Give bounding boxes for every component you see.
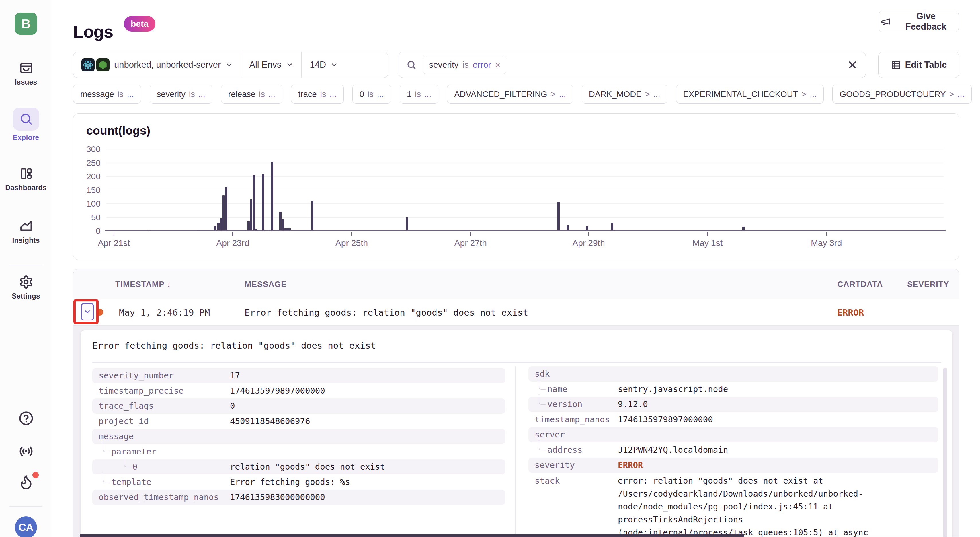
column-header-timestamp[interactable]: TIMESTAMP ↓ bbox=[115, 269, 171, 299]
chart-bar bbox=[262, 174, 264, 231]
detail-row-trace_flags: trace_flags0 bbox=[92, 398, 505, 414]
sidebar-item-label: Issues bbox=[15, 78, 37, 86]
horizontal-scrollbar[interactable] bbox=[80, 534, 744, 537]
environment-selector[interactable]: All Envs bbox=[241, 52, 301, 78]
detail-row-parameter: parameter bbox=[92, 444, 505, 459]
tree-connector bbox=[103, 472, 110, 483]
attribute-value: Error fetching goods: %s bbox=[230, 475, 350, 490]
gridline bbox=[107, 149, 943, 150]
attribute-key: observed_timestamp_nanos bbox=[99, 490, 219, 505]
detail-row-project_id: project_id4509118548606976 bbox=[92, 414, 505, 429]
x-axis-tick-label: May 1st bbox=[665, 238, 751, 248]
org-logo[interactable]: B bbox=[15, 13, 37, 35]
token-remove-icon[interactable]: × bbox=[495, 60, 500, 70]
search-filter-token[interactable]: severity is error × bbox=[423, 56, 506, 74]
chart-bar bbox=[217, 223, 220, 231]
panel-scrollbar[interactable] bbox=[943, 368, 947, 537]
token-value: error bbox=[473, 60, 491, 70]
page-title: Logs bbox=[73, 22, 113, 41]
search-input[interactable]: severity is error × bbox=[399, 52, 866, 78]
x-axis-tick bbox=[113, 232, 115, 236]
whats-new-button[interactable] bbox=[0, 474, 52, 490]
detail-attributes-left: severity_number17timestamp_precise174613… bbox=[92, 368, 505, 505]
attribute-value: 1746135979897000000 bbox=[618, 412, 713, 427]
explore-search-icon bbox=[19, 112, 33, 126]
quick-filter-chip[interactable]: 1is... bbox=[400, 84, 438, 104]
chart-bar bbox=[282, 219, 284, 231]
attribute-value: sentry.javascript.node bbox=[618, 381, 728, 397]
date-range-label: 14D bbox=[310, 60, 326, 70]
attribute-key: severity bbox=[535, 457, 575, 473]
user-avatar[interactable]: CA bbox=[15, 516, 37, 537]
quick-filter-chip[interactable]: EXPERIMENTAL_CHECKOUT>... bbox=[676, 84, 824, 104]
node-platform-icon bbox=[96, 58, 110, 72]
flame-icon bbox=[18, 474, 34, 490]
issues-icon bbox=[19, 61, 33, 75]
attribute-value: 1746135979897000000 bbox=[230, 383, 325, 398]
y-axis-tick-label: 50 bbox=[76, 212, 101, 223]
chart-bar bbox=[253, 175, 255, 231]
quick-filter-chip[interactable]: GOODS_PRODUCTQUERY>... bbox=[832, 84, 971, 104]
give-feedback-button[interactable]: Give Feedback bbox=[878, 11, 959, 32]
log-row[interactable]: May 1, 2:46:19 PM Error fetching goods: … bbox=[73, 299, 959, 325]
gridline bbox=[107, 163, 943, 163]
chart-bar bbox=[271, 162, 273, 231]
quick-filter-chip[interactable]: releaseis... bbox=[221, 84, 282, 104]
quick-filter-chip[interactable]: DARK_MODE>... bbox=[582, 84, 668, 104]
x-axis-line bbox=[105, 230, 946, 231]
sidebar-item-insights[interactable]: Insights bbox=[0, 219, 52, 244]
edit-table-button[interactable]: Edit Table bbox=[878, 52, 959, 78]
column-header-severity[interactable]: SEVERITY bbox=[907, 269, 949, 299]
project-selector-label: unborked, unborked-server bbox=[114, 60, 221, 70]
attribute-key: severity_number bbox=[99, 368, 174, 383]
attribute-key: timestamp_precise bbox=[99, 383, 184, 398]
quick-filter-chip[interactable]: traceis... bbox=[291, 84, 344, 104]
sidebar-item-explore[interactable]: Explore bbox=[0, 108, 52, 142]
sidebar-divider bbox=[10, 506, 43, 507]
clear-search-icon[interactable] bbox=[847, 59, 858, 70]
attribute-key: name bbox=[547, 381, 567, 397]
y-axis-tick-label: 200 bbox=[76, 171, 101, 182]
quick-filter-chip[interactable]: ADVANCED_FILTERING>... bbox=[447, 84, 573, 104]
attribute-value: 17 bbox=[230, 368, 240, 383]
chart-bar bbox=[223, 195, 225, 231]
column-header-message[interactable]: MESSAGE bbox=[245, 269, 287, 299]
help-icon bbox=[18, 410, 34, 426]
attribute-value: ERROR bbox=[618, 457, 643, 473]
chart-bar bbox=[406, 217, 408, 231]
column-header-cartdata[interactable]: CARTDATA bbox=[837, 269, 883, 299]
gridline bbox=[107, 203, 943, 204]
quick-filter-chip[interactable]: 0is... bbox=[352, 84, 391, 104]
attribute-key: trace_flags bbox=[99, 398, 154, 414]
detail-row-severity_number: severity_number17 bbox=[92, 368, 505, 383]
broadcast-icon bbox=[18, 443, 34, 459]
settings-gear-icon bbox=[19, 275, 33, 289]
attribute-key: timestamp_nanos bbox=[535, 412, 610, 427]
chart-bar bbox=[225, 187, 228, 231]
detail-row-stack: stackerror: relation "goods" does not ex… bbox=[528, 473, 939, 537]
chevron-down-icon bbox=[286, 61, 293, 69]
attribute-key: parameter bbox=[111, 444, 156, 459]
chart-title: count(logs) bbox=[86, 124, 150, 137]
x-axis-tick-label: Apr 27th bbox=[428, 238, 514, 248]
sidebar-item-label: Dashboards bbox=[5, 183, 46, 192]
date-range-selector[interactable]: 14D bbox=[301, 52, 346, 78]
attribute-key: project_id bbox=[99, 414, 149, 429]
logs-page: B Issues Explore Dashboards bbox=[0, 0, 980, 537]
quick-filter-chip[interactable]: messageis... bbox=[73, 84, 141, 104]
tree-connector bbox=[539, 440, 546, 450]
help-button[interactable] bbox=[0, 410, 52, 426]
project-selector[interactable]: unborked, unborked-server bbox=[73, 52, 241, 78]
chart-bar bbox=[247, 221, 250, 231]
sidebar-item-settings[interactable]: Settings bbox=[0, 275, 52, 300]
broadcast-button[interactable] bbox=[0, 443, 52, 459]
log-severity: ERROR bbox=[837, 299, 864, 325]
quick-filter-chip[interactable]: severityis... bbox=[150, 84, 212, 104]
x-axis-tick-label: Apr 23rd bbox=[190, 238, 276, 248]
annotation-highlight-box bbox=[73, 299, 99, 324]
logs-count-chart: count(logs) 050100150200250300Apr 21stAp… bbox=[73, 113, 959, 260]
sidebar-item-label: Explore bbox=[13, 133, 39, 142]
attribute-key: address bbox=[547, 442, 582, 457]
sidebar-item-issues[interactable]: Issues bbox=[0, 61, 52, 86]
sidebar-item-dashboards[interactable]: Dashboards bbox=[0, 166, 52, 192]
